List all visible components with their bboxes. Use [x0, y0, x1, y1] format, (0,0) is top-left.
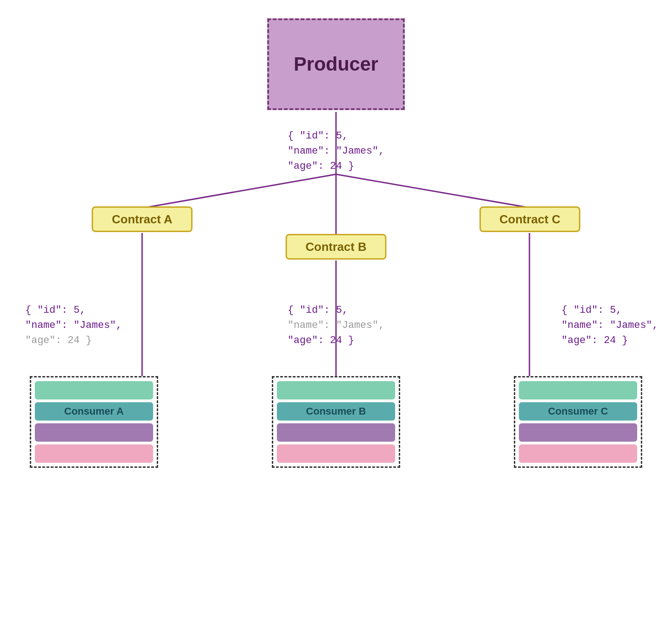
json-right-line3: "age": 24 } [562, 333, 658, 348]
svg-line-2 [336, 174, 527, 207]
consumer-c-row-purple [519, 423, 637, 442]
consumer-c-card: Consumer C [514, 376, 642, 468]
consumer-a-card: Consumer A [30, 376, 158, 468]
contract-b-box: Contract B [286, 234, 386, 260]
consumer-c-row-pink [519, 444, 637, 463]
json-center: { "id": 5, "name": "James", "age": 24 } [287, 303, 384, 348]
json-right-line2: "name": "James", [562, 318, 658, 333]
consumer-b-row-pink [277, 444, 395, 463]
json-center-line1: { "id": 5, [287, 303, 384, 318]
json-top-line1: { "id": 5, [287, 128, 384, 144]
contract-a-label: Contract A [112, 212, 172, 227]
contract-b-label: Contract B [306, 240, 367, 254]
consumer-b-card: Consumer B [272, 376, 400, 468]
contract-c-box: Contract C [479, 206, 580, 232]
consumer-b-row-purple [277, 423, 395, 442]
json-right-line1: { "id": 5, [562, 303, 658, 318]
consumer-a-row-purple [35, 423, 153, 442]
contract-a-box: Contract A [92, 206, 193, 232]
json-left-line3: "age": 24 } [25, 333, 122, 348]
json-center-line2: "name": "James", [287, 318, 384, 333]
producer-label: Producer [294, 53, 378, 75]
json-left: { "id": 5, "name": "James", "age": 24 } [25, 303, 122, 348]
json-top-line2: "name": "James", [287, 144, 384, 159]
consumer-c-row-teal: Consumer C [519, 402, 637, 421]
consumer-b-row-teal: Consumer B [277, 402, 395, 421]
consumer-a-row-teal: Consumer A [35, 402, 153, 421]
json-top-line3: "age": 24 } [287, 159, 384, 174]
consumer-a-label: Consumer A [64, 405, 124, 417]
producer-box: Producer [267, 18, 405, 110]
consumer-b-label: Consumer B [306, 405, 366, 417]
json-center-line3: "age": 24 } [287, 333, 384, 348]
consumer-a-row-pink [35, 444, 153, 463]
consumer-b-row-green [277, 381, 395, 399]
consumer-c-label: Consumer C [548, 405, 608, 417]
contract-c-label: Contract C [500, 212, 561, 227]
json-left-line1: { "id": 5, [25, 303, 122, 318]
json-right: { "id": 5, "name": "James", "age": 24 } [562, 303, 658, 348]
svg-line-1 [147, 174, 336, 207]
consumer-a-row-green [35, 381, 153, 399]
consumer-c-row-green [519, 381, 637, 399]
json-left-line2: "name": "James", [25, 318, 122, 333]
diagram: Producer { "id": 5, "name": "James", "ag… [0, 0, 672, 643]
json-top: { "id": 5, "name": "James", "age": 24 } [287, 128, 384, 174]
